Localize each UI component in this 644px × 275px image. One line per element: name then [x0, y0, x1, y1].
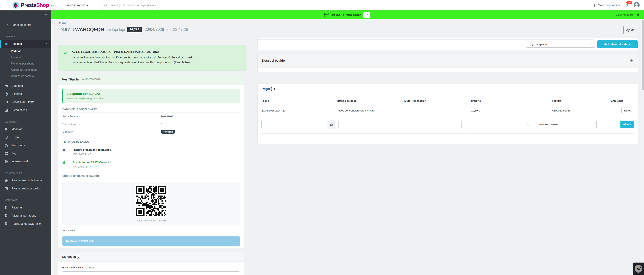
prestashop-admin: PrestaShop 8.2.2 Acceso rápido ▼ Modo de… — [0, 0, 644, 275]
submission-timeline: Factura creada en PrestaShop 20/04/2026 … — [62, 148, 240, 170]
sidebar-subitem-shopping-carts[interactable]: Carritos de compra — [0, 73, 51, 79]
actions-heading: ACCIONES — [62, 229, 240, 234]
global-search — [101, 2, 160, 9]
order-status-select[interactable]: Pago aceptado ⌄ — [526, 41, 595, 48]
line-chart-icon — [4, 23, 8, 27]
search-input[interactable] — [109, 4, 157, 7]
chevron-down-icon — [365, 14, 368, 16]
brand-name: PrestaShop — [21, 2, 49, 8]
sidebar-item-modules[interactable]: Módulos — [0, 125, 51, 133]
sidebar-item-verifactu-billing-records[interactable]: Registros de facturación — [0, 220, 51, 228]
sidebar-item-verifactu-invoices[interactable]: Facturas — [0, 204, 51, 212]
breadcrumb[interactable]: Pedidos — [59, 22, 68, 25]
cell-fecha: 20/04/2026 22:47:29 — [262, 109, 337, 112]
sidebar-item-shipping[interactable]: Transporte — [0, 141, 51, 149]
sidebar-item-shop-parameters[interactable]: Parámetros de la tienda — [0, 176, 51, 185]
payment-card: Pago (1) Fecha Método de pago ID de Tran… — [258, 83, 638, 144]
calendar-button[interactable] — [328, 120, 335, 129]
transaction-id-input[interactable] — [402, 120, 462, 129]
payment-date-input[interactable] — [262, 120, 328, 129]
monitor-icon — [4, 136, 8, 139]
bell-icon — [625, 4, 628, 7]
topbar-right: Modo depuración 230 — [593, 2, 640, 8]
qr-box: Clic para verificar en sede AEAT — [62, 182, 240, 224]
cell-importe: 10,89 € — [471, 109, 552, 112]
add-payment-form: € ▲▼ A3000226/2026 ▲▼ Añadir — [262, 120, 634, 129]
chat-icon — [4, 100, 8, 104]
payment-amount-field: € ▲▼ — [465, 120, 533, 129]
payment-table-row: 20/04/2026 22:47:29 Pagos por transferen… — [262, 105, 634, 116]
col-factura: Factura — [552, 99, 611, 102]
order-note-title: Nota del pedido — [262, 59, 285, 63]
payment-details-button[interactable]: Datos — [622, 107, 634, 114]
sidebar-item-catalog[interactable]: Catálogo — [0, 82, 51, 90]
sidebar-item-stats[interactable]: Estadísticas — [0, 106, 51, 114]
sidebar-item-customers[interactable]: Clientes — [0, 90, 51, 98]
sandbox-badge: sandbox — [161, 130, 175, 134]
quick-access-menu[interactable]: Acceso rápido ▼ — [67, 4, 88, 7]
update-status-button[interactable]: Actualizar el estado — [598, 41, 638, 48]
sidebar-item-orders[interactable]: Pedidos ⌃ — [0, 40, 51, 48]
sidebar-item-advanced-parameters[interactable]: Parámetros Avanzados — [0, 185, 51, 193]
sidebar-item-design[interactable]: Diseño — [0, 133, 51, 141]
payment-method-input[interactable] — [338, 120, 398, 129]
col-empleado: Empleado — [611, 99, 634, 102]
sidebar-item-verifactu-credit-invoices[interactable]: Facturas por abono — [0, 212, 51, 220]
top-bar: PrestaShop 8.2.2 Acceso rápido ▼ Modo de… — [0, 0, 644, 11]
divider — [258, 39, 594, 40]
order-note-header[interactable]: Nota del pedido + — [258, 54, 638, 68]
sidebar-subitem-orders[interactable]: Pedidos — [0, 48, 51, 54]
qr-caption: Clic para verificar en sede AEAT — [62, 219, 240, 222]
shopping-basket-icon — [4, 42, 8, 46]
payment-table-header: Fecha Método de pago ID de Transacción I… — [262, 99, 634, 105]
symfony-profiler-button[interactable]: sf — [633, 262, 644, 275]
notifications-button[interactable]: 230 — [625, 4, 628, 8]
sidebar-item-payment[interactable]: Pago — [0, 149, 51, 157]
timeline-event-accepted: Aceptado por AEAT (Correcto) 20/04/2026 … — [62, 161, 240, 170]
debug-mode-toggle[interactable]: Modo depuración — [593, 4, 620, 7]
payment-card-body: Fecha Método de pago ID de Transacción I… — [258, 99, 638, 137]
order-message-select[interactable] — [62, 271, 240, 275]
add-payment-button[interactable]: Añadir — [620, 121, 634, 128]
field-invoice-date: Fecha factura 20/04/2026 — [62, 113, 240, 120]
cell-metodo: Pagos por transferencia bancaria — [337, 109, 404, 112]
order-total-badge: 10,89 € — [127, 27, 142, 32]
cell-factura: A3000226/2026 — [552, 109, 611, 112]
col-transaccion: ID de Transacción — [404, 99, 471, 102]
user-avatar[interactable] — [634, 2, 640, 8]
scrollbar-thumb[interactable] — [642, 20, 644, 90]
sidebar-collapse-button[interactable]: « — [44, 13, 47, 18]
gear-icon — [4, 179, 8, 182]
sidebar-subitem-delivery-slips[interactable]: Albaranes de entrega — [0, 67, 51, 73]
sidebar-item-customer-service[interactable]: Servicio al Cliente — [0, 98, 51, 106]
api-mode-text: sandbox — [94, 97, 103, 100]
help-button[interactable]: Ayuda — [624, 26, 637, 34]
sidebar-item-international[interactable]: Internacional — [0, 157, 51, 166]
version-label: 8.2.2 — [51, 5, 56, 8]
prestashop-logo[interactable]: PrestaShop 8.2.2 — [12, 2, 57, 9]
order-date: 20/04/2026 — [145, 27, 164, 32]
sidebar-subitem-credit-slips[interactable]: Facturas por abono — [0, 61, 51, 67]
plus-icon[interactable]: + — [630, 59, 633, 62]
store-icon — [4, 84, 8, 88]
choose-message-label: Elige el mensaje de tu pedido — [62, 266, 240, 269]
payment-amount-input[interactable] — [467, 123, 526, 126]
store-switcher-button[interactable] — [363, 12, 370, 18]
messages-card-header: Mensajes (0) — [58, 252, 244, 261]
sidebar-subitem-invoices[interactable]: Facturas — [0, 54, 51, 61]
search-icon — [104, 4, 108, 7]
resend-verifactu-button[interactable]: Reenviar a Veri*Factu — [62, 236, 240, 246]
invoice-select[interactable]: A3000226/2026 ▲▼ — [537, 120, 596, 129]
amount-stepper[interactable]: ▲▼ — [530, 123, 532, 126]
sidebar-item-dashboard[interactable]: Panel de control — [0, 21, 51, 29]
alert-body-line1: La normativa española prohíbe modificar … — [72, 55, 194, 60]
person-icon — [4, 92, 8, 96]
notification-count-badge: 230 — [626, 1, 632, 4]
verifactu-invoice-number: A3000226/2026 — [82, 78, 102, 81]
truck-icon — [4, 144, 8, 147]
qr-code[interactable] — [135, 184, 168, 217]
credit-card-icon — [4, 152, 8, 155]
verifactu-card-body: Aceptado por la AEAT Factura Completa (F… — [58, 85, 244, 246]
order-time: 22:47:29 — [173, 27, 188, 32]
view-my-store-link[interactable]: View my store — [616, 11, 639, 19]
